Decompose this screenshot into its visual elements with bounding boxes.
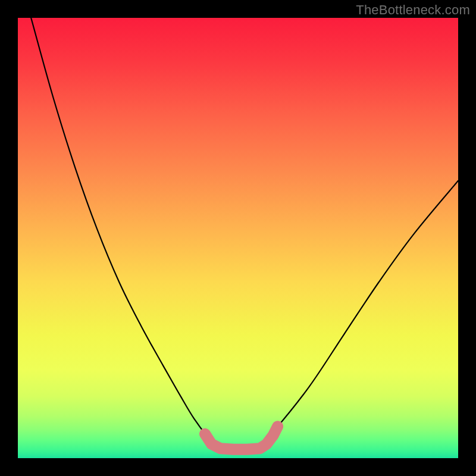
plot-area [18,18,458,458]
gradient-background [18,18,458,458]
watermark-text: TheBottleneck.com [356,2,470,18]
chart-container: TheBottleneck.com [0,0,476,476]
svg-rect-0 [18,18,458,458]
